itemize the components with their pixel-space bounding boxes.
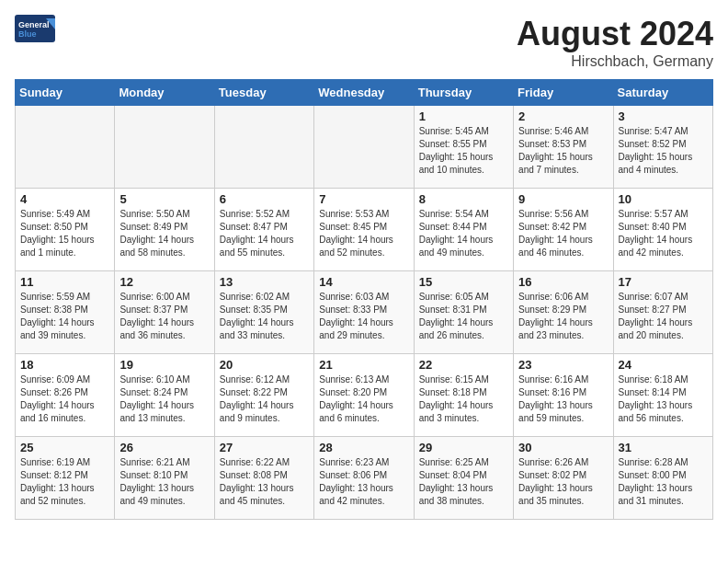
day-number: 28	[319, 441, 408, 454]
calendar-cell: 24Sunrise: 6:18 AM Sunset: 8:14 PM Dayli…	[613, 354, 712, 437]
calendar-cell: 12Sunrise: 6:00 AM Sunset: 8:37 PM Dayli…	[115, 271, 214, 354]
day-info: Sunrise: 5:59 AM Sunset: 8:38 PM Dayligh…	[20, 291, 109, 342]
calendar-cell: 22Sunrise: 6:15 AM Sunset: 8:18 PM Dayli…	[414, 354, 513, 437]
day-info: Sunrise: 6:13 AM Sunset: 8:20 PM Dayligh…	[319, 373, 408, 425]
day-number: 23	[518, 358, 608, 372]
day-number: 19	[119, 358, 209, 372]
calendar-cell: 11Sunrise: 5:59 AM Sunset: 8:38 PM Dayli…	[16, 271, 115, 354]
calendar-title-area: August 2024 Hirschbach, Germany	[517, 15, 713, 70]
calendar-cell: 17Sunrise: 6:07 AM Sunset: 8:27 PM Dayli…	[613, 271, 712, 354]
calendar-cell: 30Sunrise: 6:26 AM Sunset: 8:02 PM Dayli…	[514, 437, 613, 520]
calendar-cell: 7Sunrise: 5:53 AM Sunset: 8:45 PM Daylig…	[314, 189, 414, 271]
day-info: Sunrise: 6:23 AM Sunset: 8:06 PM Dayligh…	[319, 456, 408, 508]
day-number: 9	[518, 192, 608, 206]
day-number: 18	[20, 358, 109, 372]
day-number: 7	[319, 192, 408, 206]
day-number: 5	[119, 192, 209, 206]
day-number: 25	[20, 441, 109, 454]
day-number: 26	[119, 441, 209, 454]
day-info: Sunrise: 5:57 AM Sunset: 8:40 PM Dayligh…	[619, 208, 708, 259]
day-info: Sunrise: 6:02 AM Sunset: 8:35 PM Dayligh…	[220, 291, 309, 342]
svg-text:General: General	[18, 20, 50, 29]
weekday-header-row: Sunday Monday Tuesday Wednesday Thursday…	[16, 80, 713, 106]
header-thursday: Thursday	[414, 80, 513, 106]
day-number: 1	[419, 109, 508, 123]
day-info: Sunrise: 6:03 AM Sunset: 8:33 PM Dayligh…	[319, 291, 408, 342]
day-info: Sunrise: 5:54 AM Sunset: 8:44 PM Dayligh…	[419, 208, 508, 259]
day-info: Sunrise: 5:46 AM Sunset: 8:53 PM Dayligh…	[518, 125, 608, 177]
day-number: 13	[220, 275, 309, 289]
calendar-cell: 6Sunrise: 5:52 AM Sunset: 8:47 PM Daylig…	[214, 189, 313, 271]
header-monday: Monday	[115, 80, 214, 106]
day-number: 24	[619, 358, 708, 372]
calendar-cell: 10Sunrise: 5:57 AM Sunset: 8:40 PM Dayli…	[613, 189, 712, 271]
calendar-cell: 19Sunrise: 6:10 AM Sunset: 8:24 PM Dayli…	[115, 354, 214, 437]
day-number: 31	[619, 441, 708, 454]
day-number: 3	[619, 109, 708, 123]
day-number: 8	[419, 192, 508, 206]
day-number: 16	[518, 275, 608, 289]
day-info: Sunrise: 6:18 AM Sunset: 8:14 PM Dayligh…	[619, 373, 708, 425]
calendar-cell	[314, 106, 414, 189]
day-info: Sunrise: 6:19 AM Sunset: 8:12 PM Dayligh…	[20, 456, 109, 508]
header-saturday: Saturday	[613, 80, 712, 106]
day-info: Sunrise: 5:52 AM Sunset: 8:47 PM Dayligh…	[220, 208, 309, 259]
logo: General Blue	[15, 15, 55, 42]
day-number: 15	[419, 275, 508, 289]
calendar-cell	[115, 106, 214, 189]
logo-icon: General Blue	[15, 15, 55, 42]
calendar-cell: 25Sunrise: 6:19 AM Sunset: 8:12 PM Dayli…	[16, 437, 115, 520]
day-number: 21	[319, 358, 408, 372]
day-info: Sunrise: 6:22 AM Sunset: 8:08 PM Dayligh…	[220, 456, 309, 508]
day-number: 14	[319, 275, 408, 289]
day-info: Sunrise: 5:53 AM Sunset: 8:45 PM Dayligh…	[319, 208, 408, 259]
calendar-cell: 27Sunrise: 6:22 AM Sunset: 8:08 PM Dayli…	[214, 437, 313, 520]
calendar-table: Sunday Monday Tuesday Wednesday Thursday…	[15, 79, 713, 520]
day-number: 27	[220, 441, 309, 454]
day-number: 30	[518, 441, 608, 454]
day-info: Sunrise: 5:56 AM Sunset: 8:42 PM Dayligh…	[518, 208, 608, 259]
day-info: Sunrise: 6:00 AM Sunset: 8:37 PM Dayligh…	[119, 291, 209, 342]
day-number: 29	[419, 441, 508, 454]
calendar-cell	[16, 106, 115, 189]
day-info: Sunrise: 6:28 AM Sunset: 8:00 PM Dayligh…	[619, 456, 708, 508]
day-info: Sunrise: 6:26 AM Sunset: 8:02 PM Dayligh…	[518, 456, 608, 508]
day-info: Sunrise: 6:12 AM Sunset: 8:22 PM Dayligh…	[220, 373, 309, 425]
calendar-cell: 21Sunrise: 6:13 AM Sunset: 8:20 PM Dayli…	[314, 354, 414, 437]
day-number: 22	[419, 358, 508, 372]
day-info: Sunrise: 6:06 AM Sunset: 8:29 PM Dayligh…	[518, 291, 608, 342]
calendar-cell: 16Sunrise: 6:06 AM Sunset: 8:29 PM Dayli…	[514, 271, 613, 354]
svg-text:Blue: Blue	[18, 29, 37, 39]
calendar-week-3: 11Sunrise: 5:59 AM Sunset: 8:38 PM Dayli…	[16, 271, 713, 354]
day-info: Sunrise: 5:50 AM Sunset: 8:49 PM Dayligh…	[119, 208, 209, 259]
calendar-subtitle: Hirschbach, Germany	[517, 53, 713, 70]
day-number: 20	[220, 358, 309, 372]
calendar-cell: 9Sunrise: 5:56 AM Sunset: 8:42 PM Daylig…	[514, 189, 613, 271]
calendar-cell: 26Sunrise: 6:21 AM Sunset: 8:10 PM Dayli…	[115, 437, 214, 520]
calendar-cell	[214, 106, 313, 189]
header-wednesday: Wednesday	[314, 80, 414, 106]
day-info: Sunrise: 6:10 AM Sunset: 8:24 PM Dayligh…	[119, 373, 209, 425]
day-info: Sunrise: 6:16 AM Sunset: 8:16 PM Dayligh…	[518, 373, 608, 425]
day-number: 17	[619, 275, 708, 289]
calendar-cell: 3Sunrise: 5:47 AM Sunset: 8:52 PM Daylig…	[613, 106, 712, 189]
calendar-cell: 2Sunrise: 5:46 AM Sunset: 8:53 PM Daylig…	[514, 106, 613, 189]
day-info: Sunrise: 6:15 AM Sunset: 8:18 PM Dayligh…	[419, 373, 508, 425]
day-info: Sunrise: 6:09 AM Sunset: 8:26 PM Dayligh…	[20, 373, 109, 425]
day-number: 6	[220, 192, 309, 206]
day-number: 12	[119, 275, 209, 289]
calendar-cell: 1Sunrise: 5:45 AM Sunset: 8:55 PM Daylig…	[414, 106, 513, 189]
calendar-cell: 28Sunrise: 6:23 AM Sunset: 8:06 PM Dayli…	[314, 437, 414, 520]
calendar-week-4: 18Sunrise: 6:09 AM Sunset: 8:26 PM Dayli…	[16, 354, 713, 437]
day-info: Sunrise: 5:45 AM Sunset: 8:55 PM Dayligh…	[419, 125, 508, 177]
calendar-week-2: 4Sunrise: 5:49 AM Sunset: 8:50 PM Daylig…	[16, 189, 713, 271]
calendar-cell: 29Sunrise: 6:25 AM Sunset: 8:04 PM Dayli…	[414, 437, 513, 520]
calendar-cell: 8Sunrise: 5:54 AM Sunset: 8:44 PM Daylig…	[414, 189, 513, 271]
day-number: 4	[20, 192, 109, 206]
header-friday: Friday	[514, 80, 613, 106]
calendar-cell: 15Sunrise: 6:05 AM Sunset: 8:31 PM Dayli…	[414, 271, 513, 354]
calendar-cell: 23Sunrise: 6:16 AM Sunset: 8:16 PM Dayli…	[514, 354, 613, 437]
calendar-cell: 4Sunrise: 5:49 AM Sunset: 8:50 PM Daylig…	[16, 189, 115, 271]
day-info: Sunrise: 6:25 AM Sunset: 8:04 PM Dayligh…	[419, 456, 508, 508]
header-tuesday: Tuesday	[214, 80, 313, 106]
